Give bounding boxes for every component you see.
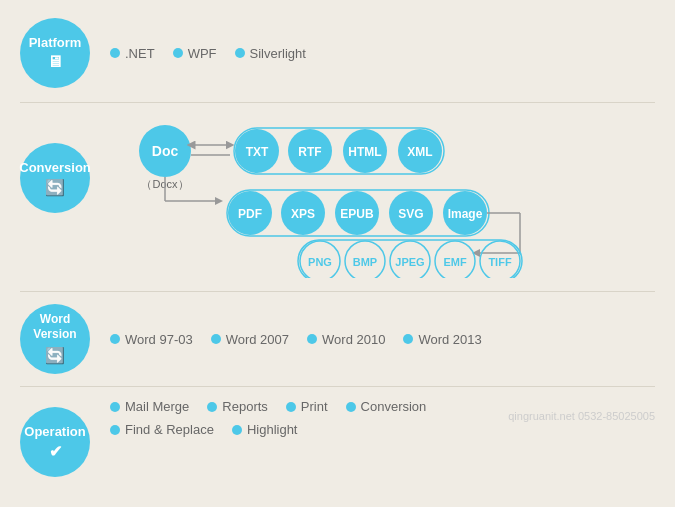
word-2013-label: Word 2013 xyxy=(418,332,481,347)
svg-text:BMP: BMP xyxy=(353,256,377,268)
dot-icon xyxy=(211,334,221,344)
operation-item-mailmerge: Mail Merge xyxy=(110,399,189,414)
operation-mailmerge-label: Mail Merge xyxy=(125,399,189,414)
dot-icon xyxy=(110,48,120,58)
svg-text:HTML: HTML xyxy=(348,145,381,159)
operation-conversion-label: Conversion xyxy=(361,399,427,414)
operation-print-label: Print xyxy=(301,399,328,414)
svg-text:SVG: SVG xyxy=(398,207,423,221)
dot-icon xyxy=(403,334,413,344)
platform-silverlight-label: Silverlight xyxy=(250,46,306,61)
word-9703-label: Word 97-03 xyxy=(125,332,193,347)
dot-icon xyxy=(286,402,296,412)
operation-reports-label: Reports xyxy=(222,399,268,414)
conversion-label: Conversion 🔄 xyxy=(20,143,90,213)
platform-section: Platform 🖥 .NET WPF Silverlight xyxy=(0,0,675,102)
dot-icon xyxy=(110,425,120,435)
operation-item-reports: Reports xyxy=(207,399,268,414)
platform-label: Platform 🖥 xyxy=(20,18,90,88)
platform-title: Platform xyxy=(29,35,82,50)
svg-text:Image: Image xyxy=(448,207,483,221)
platform-icon: 🖥 xyxy=(47,53,63,71)
svg-text:EMF: EMF xyxy=(443,256,467,268)
svg-text:XPS: XPS xyxy=(291,207,315,221)
conversion-icon: 🔄 xyxy=(45,178,65,197)
operation-title: Operation xyxy=(24,424,85,439)
svg-text:TXT: TXT xyxy=(246,145,269,159)
platform-content: .NET WPF Silverlight xyxy=(110,46,655,61)
platform-item-wpf: WPF xyxy=(173,46,217,61)
word-2007-label: Word 2007 xyxy=(226,332,289,347)
word-version-content: Word 97-03 Word 2007 Word 2010 Word 2013 xyxy=(110,332,655,347)
word-version-icon: 🔄 xyxy=(45,346,65,367)
platform-item-silverlight: Silverlight xyxy=(235,46,306,61)
operation-section: Operation ✔ Mail Merge Reports Print Con… xyxy=(0,387,675,485)
operation-item-print: Print xyxy=(286,399,328,414)
word-version-item-2013: Word 2013 xyxy=(403,332,481,347)
operation-findreplace-label: Find & Replace xyxy=(125,422,214,437)
svg-text:EPUB: EPUB xyxy=(340,207,374,221)
platform-item-dotnet: .NET xyxy=(110,46,155,61)
operation-label: Operation ✔ xyxy=(20,407,90,477)
dot-icon xyxy=(110,402,120,412)
svg-text:PNG: PNG xyxy=(308,256,332,268)
dot-icon xyxy=(110,334,120,344)
operation-highlight-label: Highlight xyxy=(247,422,298,437)
word-version-section: WordVersion 🔄 Word 97-03 Word 2007 Word … xyxy=(0,292,675,386)
word-version-item-2007: Word 2007 xyxy=(211,332,289,347)
svg-marker-16 xyxy=(215,197,223,205)
word-version-title: WordVersion xyxy=(33,312,76,343)
svg-text:PDF: PDF xyxy=(238,207,262,221)
dot-icon xyxy=(346,402,356,412)
conversion-section: Conversion 🔄 Doc TXT RTF HTML XML xyxy=(0,103,675,291)
platform-dotnet-label: .NET xyxy=(125,46,155,61)
conversion-title: Conversion xyxy=(19,160,91,175)
dot-icon xyxy=(235,48,245,58)
dot-icon xyxy=(307,334,317,344)
operation-row2: Find & Replace Highlight xyxy=(110,422,655,437)
svg-text:TIFF: TIFF xyxy=(488,256,511,268)
word-version-item-9703: Word 97-03 xyxy=(110,332,193,347)
dot-icon xyxy=(232,425,242,435)
operation-item-conversion: Conversion xyxy=(346,399,427,414)
svg-text:JPEG: JPEG xyxy=(395,256,424,268)
word-version-item-2010: Word 2010 xyxy=(307,332,385,347)
operation-item-findreplace: Find & Replace xyxy=(110,422,214,437)
dot-icon xyxy=(207,402,217,412)
word-version-label: WordVersion 🔄 xyxy=(20,304,90,374)
svg-text:XML: XML xyxy=(407,145,432,159)
dot-icon xyxy=(173,48,183,58)
operation-row1: Mail Merge Reports Print Conversion xyxy=(110,399,655,414)
word-2010-label: Word 2010 xyxy=(322,332,385,347)
operation-icon: ✔ xyxy=(49,442,62,461)
svg-text:Doc: Doc xyxy=(152,143,179,159)
svg-text:RTF: RTF xyxy=(298,145,321,159)
conversion-diagram: Doc TXT RTF HTML XML （Docx） xyxy=(110,113,630,278)
operation-item-highlight: Highlight xyxy=(232,422,298,437)
platform-wpf-label: WPF xyxy=(188,46,217,61)
